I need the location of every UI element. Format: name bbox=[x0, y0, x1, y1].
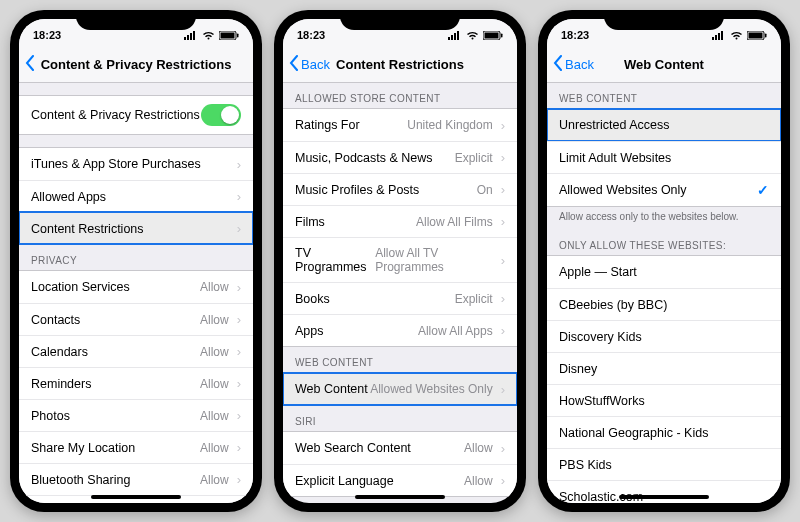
content[interactable]: Allowed Store Content Ratings ForUnited … bbox=[283, 83, 517, 503]
chevron-left-icon bbox=[553, 55, 563, 74]
svg-rect-7 bbox=[448, 37, 450, 40]
row-label: Books bbox=[295, 292, 330, 306]
row-allowed-apps[interactable]: Allowed Apps› bbox=[19, 180, 253, 212]
row-value: On› bbox=[477, 182, 505, 197]
row-content-restrictions[interactable]: Content Restrictions› bbox=[19, 212, 253, 244]
chevron-left-icon bbox=[25, 55, 35, 74]
chevron-right-icon: › bbox=[497, 182, 505, 197]
list-row[interactable]: TV ProgrammesAllow All TV Programmes› bbox=[283, 237, 517, 282]
options-footer: Allow access only to the websites below. bbox=[547, 207, 781, 230]
checkmark-icon: ✓ bbox=[757, 182, 769, 198]
screen-1: 18:23 Content & Privacy Restrictions Con… bbox=[19, 19, 253, 503]
svg-rect-5 bbox=[221, 32, 235, 38]
chevron-right-icon: › bbox=[233, 440, 241, 455]
list-row[interactable]: Ratings ForUnited Kingdom› bbox=[283, 109, 517, 141]
list-row[interactable]: Limit Adult Websites bbox=[547, 141, 781, 173]
chevron-right-icon: › bbox=[497, 291, 505, 306]
svg-rect-6 bbox=[237, 33, 239, 37]
row-label: Apple — Start bbox=[559, 265, 637, 279]
status-icons bbox=[712, 31, 767, 40]
row-label: Disney bbox=[559, 362, 597, 376]
privacy-group: Location ServicesAllow›ContactsAllow›Cal… bbox=[19, 270, 253, 503]
phone-1: 18:23 Content & Privacy Restrictions Con… bbox=[10, 10, 262, 512]
list-row[interactable]: Unrestricted Access bbox=[547, 109, 781, 141]
chevron-right-icon: › bbox=[497, 118, 505, 133]
row-value: Allow All Apps› bbox=[418, 323, 505, 338]
list-row[interactable]: ContactsAllow› bbox=[19, 303, 253, 335]
list-row[interactable]: CalendarsAllow› bbox=[19, 335, 253, 367]
web-content-header: Web Content bbox=[283, 347, 517, 372]
content-privacy-toggle-row[interactable]: Content & Privacy Restrictions bbox=[19, 96, 253, 134]
list-row[interactable]: PBS Kids bbox=[547, 448, 781, 480]
back-label: Back bbox=[565, 57, 594, 72]
nav-bar: Back Content Restrictions bbox=[283, 47, 517, 83]
row-value: Allow› bbox=[200, 376, 241, 391]
page-title: Content & Privacy Restrictions bbox=[19, 57, 253, 72]
list-row[interactable]: Web Search ContentAllow› bbox=[283, 432, 517, 464]
list-row[interactable]: AppsAllow All Apps› bbox=[283, 314, 517, 346]
list-row[interactable]: RemindersAllow› bbox=[19, 367, 253, 399]
svg-rect-19 bbox=[749, 32, 763, 38]
row-value: ✓ bbox=[757, 182, 769, 198]
chevron-right-icon: › bbox=[233, 376, 241, 391]
toggle-on-icon[interactable] bbox=[201, 104, 241, 126]
web-content-row[interactable]: Web Content Allowed Websites Only› bbox=[283, 373, 517, 405]
back-button[interactable]: Back bbox=[289, 55, 330, 74]
row-label: Unrestricted Access bbox=[559, 118, 669, 132]
status-time: 18:23 bbox=[561, 29, 589, 41]
list-row[interactable]: CBeebies (by BBC) bbox=[547, 288, 781, 320]
chevron-right-icon: › bbox=[233, 408, 241, 423]
list-row[interactable]: Share My LocationAllow› bbox=[19, 431, 253, 463]
list-row[interactable]: PhotosAllow› bbox=[19, 399, 253, 431]
allowed-sites-header: Only Allow These Websites: bbox=[547, 230, 781, 255]
signal-icon bbox=[712, 31, 726, 40]
chevron-right-icon: › bbox=[233, 157, 241, 172]
row-label: Apps bbox=[295, 324, 324, 338]
list-row[interactable]: Location ServicesAllow› bbox=[19, 271, 253, 303]
row-label: Location Services bbox=[31, 280, 130, 294]
notch bbox=[76, 10, 196, 30]
list-row[interactable]: Scholastic.com bbox=[547, 480, 781, 503]
wifi-icon bbox=[202, 31, 215, 40]
restrictions-group: iTunes & App Store Purchases›Allowed App… bbox=[19, 147, 253, 245]
list-row[interactable]: HowStuffWorks bbox=[547, 384, 781, 416]
row-label: Explicit Language bbox=[295, 474, 394, 488]
row-label: Limit Adult Websites bbox=[559, 151, 671, 165]
list-row[interactable]: BooksExplicit› bbox=[283, 282, 517, 314]
home-indicator[interactable] bbox=[619, 495, 709, 499]
back-button[interactable] bbox=[25, 55, 35, 74]
svg-rect-17 bbox=[721, 31, 723, 40]
chevron-right-icon: › bbox=[233, 312, 241, 327]
list-row[interactable]: Disney bbox=[547, 352, 781, 384]
chevron-right-icon: › bbox=[497, 323, 505, 338]
back-button[interactable]: Back bbox=[553, 55, 594, 74]
list-row[interactable]: Allowed Websites Only✓ bbox=[547, 173, 781, 206]
signal-icon bbox=[184, 31, 198, 40]
row-itunes-app-store-purchases[interactable]: iTunes & App Store Purchases› bbox=[19, 148, 253, 180]
row-label: Contacts bbox=[31, 313, 80, 327]
row-label: Allowed Websites Only bbox=[559, 183, 687, 197]
list-row[interactable]: Apple — Start bbox=[547, 256, 781, 288]
chevron-right-icon: › bbox=[497, 150, 505, 165]
svg-rect-0 bbox=[184, 37, 186, 40]
svg-rect-12 bbox=[485, 32, 499, 38]
list-row[interactable]: Bluetooth SharingAllow› bbox=[19, 463, 253, 495]
list-row[interactable]: Discovery Kids bbox=[547, 320, 781, 352]
row-label: National Geographic - Kids bbox=[559, 426, 708, 440]
svg-rect-16 bbox=[718, 33, 720, 40]
content[interactable]: Web Content Unrestricted AccessLimit Adu… bbox=[547, 83, 781, 503]
chevron-right-icon: › bbox=[233, 472, 241, 487]
content[interactable]: Content & Privacy Restrictions iTunes & … bbox=[19, 83, 253, 503]
list-row[interactable]: Music, Podcasts & NewsExplicit› bbox=[283, 141, 517, 173]
battery-icon bbox=[483, 31, 503, 40]
list-row[interactable]: Music Profiles & PostsOn› bbox=[283, 173, 517, 205]
svg-rect-20 bbox=[765, 33, 767, 37]
home-indicator[interactable] bbox=[355, 495, 445, 499]
list-row[interactable]: National Geographic - Kids bbox=[547, 416, 781, 448]
home-indicator[interactable] bbox=[91, 495, 181, 499]
list-row[interactable]: FilmsAllow All Films› bbox=[283, 205, 517, 237]
svg-rect-3 bbox=[193, 31, 195, 40]
allowed-store-header: Allowed Store Content bbox=[283, 83, 517, 108]
list-row[interactable]: Explicit LanguageAllow› bbox=[283, 464, 517, 496]
row-value: Allow› bbox=[200, 344, 241, 359]
